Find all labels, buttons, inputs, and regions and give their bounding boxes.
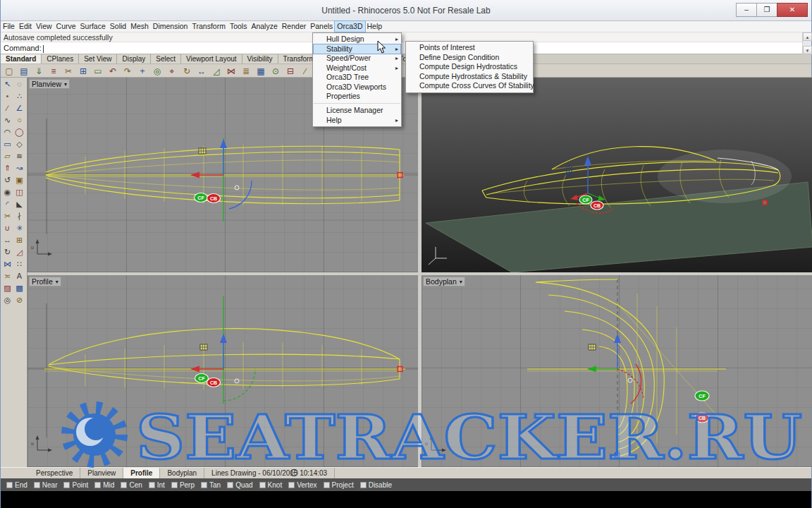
osnap-toggle[interactable]: Project <box>324 481 354 489</box>
polyline-icon[interactable]: ∠ <box>13 102 25 114</box>
menu-item[interactable]: Compute Design Hydrostatics <box>407 62 532 72</box>
dimension-icon[interactable]: ≍ <box>1 270 13 282</box>
loft-icon[interactable]: ≋ <box>13 150 25 162</box>
cb-marker[interactable]: CB <box>207 194 221 203</box>
menu-bar-item[interactable]: Orca3D <box>335 21 364 32</box>
osnap-toggle[interactable]: Disable <box>360 481 392 489</box>
scale-icon[interactable]: ◿ <box>209 65 223 77</box>
hide-icon[interactable]: ⊘ <box>13 294 25 306</box>
menu-item[interactable]: Weight/Cost ▸ <box>314 64 400 73</box>
undo-icon[interactable]: ↶ <box>106 65 120 77</box>
move-icon[interactable]: ↔ <box>195 65 209 77</box>
cf-marker[interactable]: CF <box>695 391 709 401</box>
fillet-icon[interactable]: ◜ <box>1 198 13 210</box>
menu-item[interactable]: Properties ▸ <box>314 92 400 104</box>
checkbox[interactable] <box>149 482 155 488</box>
new-file-icon[interactable]: ▢ <box>2 65 16 77</box>
points-icon[interactable]: ∴ <box>13 90 25 102</box>
close-button[interactable]: ✕ <box>777 3 808 17</box>
menu-item[interactable]: Points of Interest <box>407 43 532 53</box>
gumball-up-arrow[interactable] <box>220 139 227 148</box>
control-point[interactable] <box>398 173 402 178</box>
toolbar-tab[interactable]: Set View <box>79 54 117 64</box>
copy-icon[interactable]: ⊞ <box>76 65 90 77</box>
gumball-up-arrow[interactable] <box>614 334 621 343</box>
trim-icon[interactable]: ✂ <box>1 210 13 222</box>
viewport-tab[interactable]: Planview <box>80 468 123 478</box>
pointer-icon[interactable]: ↖ <box>1 78 13 90</box>
checkbox[interactable] <box>324 482 330 488</box>
sweep-icon[interactable]: ↝ <box>13 162 25 174</box>
menu-bar-item[interactable]: Transform <box>190 21 227 32</box>
toolbar-tab[interactable]: Standard <box>1 54 42 64</box>
osnap-toggle[interactable]: Int <box>149 481 165 489</box>
cf-marker[interactable]: CF <box>579 195 592 204</box>
rectangle-icon[interactable]: ▭ <box>1 138 13 150</box>
menu-item[interactable]: License Manager ▸ <box>314 106 400 116</box>
menu-bar-item[interactable]: Solid <box>108 21 128 32</box>
checkbox[interactable] <box>288 482 295 488</box>
curve-icon[interactable]: ∿ <box>1 114 13 126</box>
menu-bar-item[interactable]: Dimension <box>151 21 190 32</box>
osnap-toggle[interactable]: Quad <box>227 481 252 489</box>
gumball-rotate-arc[interactable] <box>229 181 252 209</box>
move-icon[interactable]: ↔ <box>1 234 13 246</box>
circle-icon[interactable]: ○ <box>13 114 25 126</box>
checkbox[interactable] <box>34 482 40 488</box>
viewport-title-bodyplan[interactable]: Bodyplan ▾ <box>423 277 465 286</box>
osnap-toggle[interactable]: Vertex <box>288 481 316 489</box>
menu-bar-item[interactable]: Mesh <box>128 21 151 32</box>
osnap-toggle[interactable]: Tan <box>201 481 221 489</box>
rotate-icon[interactable]: ↻ <box>1 246 13 258</box>
osnap-toggle[interactable]: End <box>6 481 27 489</box>
viewport-tab[interactable]: Bodyplan <box>160 468 204 478</box>
osnap-toggle[interactable]: Point <box>63 481 88 489</box>
osnap-toggle[interactable]: Perp <box>171 481 195 489</box>
explode-icon[interactable]: ✳ <box>13 222 25 234</box>
menu-item[interactable]: Stability ▸ <box>314 44 400 54</box>
cb-marker[interactable]: CB <box>695 413 709 423</box>
print-icon[interactable]: ≡ <box>47 65 61 77</box>
save-icon[interactable]: ⇓ <box>32 65 46 77</box>
cut-icon[interactable]: ✂ <box>61 65 75 77</box>
minimize-button[interactable]: – <box>736 3 757 17</box>
menu-bar-item[interactable]: Analyze <box>249 21 279 32</box>
redo-icon[interactable]: ↷ <box>121 65 135 77</box>
scroll-up-icon[interactable]: ▲ <box>803 32 812 41</box>
grid-icon[interactable]: ⊟ <box>283 65 297 77</box>
checkbox[interactable] <box>6 482 13 488</box>
box-icon[interactable]: ▣ <box>13 174 25 186</box>
tab-menu-icon[interactable]: ⊙ <box>288 467 300 478</box>
toolbar-tab[interactable]: Viewport Layout <box>181 54 242 64</box>
toolbar-tab[interactable]: Display <box>117 54 151 64</box>
array-icon[interactable]: ∷ <box>13 258 25 270</box>
gumball-up-arrow[interactable] <box>220 334 227 343</box>
polygon-icon[interactable]: ◇ <box>13 138 25 150</box>
control-point[interactable] <box>398 367 402 372</box>
control-point[interactable] <box>615 453 620 457</box>
toolbar-tab[interactable]: Visibility <box>242 54 278 64</box>
hatch-icon[interactable]: ▨ <box>1 282 13 294</box>
menu-bar-item[interactable]: Surface <box>78 21 108 32</box>
menu-bar-item[interactable]: View <box>34 21 54 32</box>
scroll-down-icon[interactable]: ▼ <box>803 46 812 54</box>
surface-icon[interactable]: ▱ <box>1 150 13 162</box>
zoom-icon[interactable]: ◎ <box>150 65 164 77</box>
arc-icon[interactable]: ◠ <box>1 126 13 138</box>
checkbox[interactable] <box>171 482 178 488</box>
osnap-toggle[interactable]: Near <box>34 481 58 489</box>
line-icon[interactable]: ∕ <box>1 102 13 114</box>
osnap-toggle[interactable]: Mid <box>94 481 114 489</box>
command-scrollbar[interactable]: ▲ ▼ <box>802 32 811 54</box>
checkbox[interactable] <box>63 482 70 488</box>
pan-icon[interactable]: + <box>135 65 149 77</box>
command-input[interactable]: Command: <box>1 42 804 54</box>
viewport-tab[interactable]: Perspective <box>29 468 80 478</box>
scale-icon[interactable]: ◿ <box>13 246 25 258</box>
menu-item[interactable]: Orca3D Viewports ▸ <box>314 83 400 92</box>
maximize-button[interactable]: ❐ <box>756 3 777 17</box>
object-snap-icon[interactable]: ⊙ <box>269 65 283 77</box>
mirror-icon[interactable]: ⋈ <box>224 65 238 77</box>
osnap-toggle[interactable]: Cen <box>121 481 142 489</box>
toolbar-tab[interactable]: CPlanes <box>42 54 79 64</box>
